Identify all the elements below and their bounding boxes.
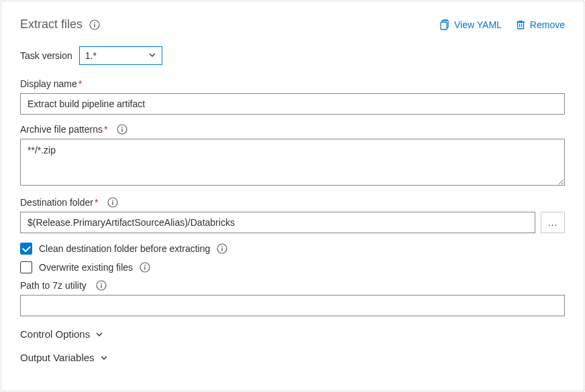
control-options-label: Control Options (20, 328, 90, 340)
task-version-row: Task version 1.* (20, 46, 565, 65)
svg-rect-11 (113, 200, 113, 201)
path-7z-input[interactable] (20, 295, 565, 316)
info-icon[interactable] (140, 262, 150, 273)
archive-patterns-label: Archive file patterns (20, 124, 103, 135)
path-7z-field: Path to 7z utility (20, 280, 565, 316)
clean-destination-checkbox[interactable] (20, 243, 32, 255)
svg-rect-19 (101, 285, 101, 288)
browse-button[interactable]: ... (541, 212, 565, 233)
task-config-panel: Extract files View YAML Remove Task vers… (1, 1, 584, 391)
chevron-down-icon (148, 50, 156, 61)
required-marker: * (95, 197, 98, 208)
info-icon[interactable] (96, 280, 107, 291)
required-marker: * (104, 124, 107, 135)
info-icon[interactable] (107, 197, 118, 208)
remove-button[interactable]: Remove (515, 19, 565, 30)
required-marker: * (78, 78, 82, 89)
output-variables-label: Output Variables (20, 352, 95, 363)
overwrite-checkbox[interactable] (20, 261, 32, 273)
archive-patterns-input[interactable] (20, 139, 565, 186)
clean-destination-row: Clean destination folder before extracti… (20, 243, 565, 255)
remove-label: Remove (530, 19, 565, 30)
overwrite-row: Overwrite existing files (20, 261, 565, 273)
svg-rect-17 (144, 265, 145, 266)
destination-folder-label: Destination folder (20, 197, 93, 208)
path-7z-label: Path to 7z utility (20, 280, 87, 291)
svg-rect-20 (101, 283, 101, 284)
svg-rect-4 (441, 22, 447, 29)
chevron-down-icon (95, 330, 103, 338)
task-version-value: 1.* (85, 50, 97, 61)
display-name-label: Display name (20, 78, 77, 89)
view-yaml-label: View YAML (454, 19, 502, 30)
output-variables-toggle[interactable]: Output Variables (20, 352, 565, 363)
overwrite-label: Overwrite existing files (39, 262, 133, 273)
header-row: Extract files View YAML Remove (20, 17, 565, 31)
display-name-field: Display name * (20, 78, 565, 115)
svg-rect-10 (113, 202, 113, 205)
svg-rect-16 (144, 267, 145, 270)
task-version-label: Task version (20, 50, 72, 61)
destination-folder-field: Destination folder * ... (20, 197, 565, 233)
archive-patterns-field: Archive file patterns * (20, 124, 565, 188)
info-icon[interactable] (117, 124, 127, 135)
svg-rect-2 (94, 22, 95, 23)
info-icon[interactable] (89, 19, 100, 30)
destination-folder-input[interactable] (20, 212, 535, 233)
task-version-select[interactable]: 1.* (79, 46, 162, 65)
clean-destination-label: Clean destination folder before extracti… (39, 243, 210, 254)
svg-rect-1 (94, 23, 95, 27)
task-title: Extract files (20, 17, 83, 31)
svg-rect-8 (122, 127, 123, 128)
svg-rect-7 (122, 129, 123, 132)
control-options-toggle[interactable]: Control Options (20, 328, 565, 340)
svg-rect-14 (222, 246, 223, 247)
view-yaml-button[interactable]: View YAML (439, 19, 502, 30)
chevron-down-icon (100, 354, 108, 362)
display-name-input[interactable] (20, 93, 565, 115)
svg-rect-13 (222, 248, 223, 251)
svg-rect-5 (517, 22, 523, 29)
info-icon[interactable] (217, 243, 227, 254)
